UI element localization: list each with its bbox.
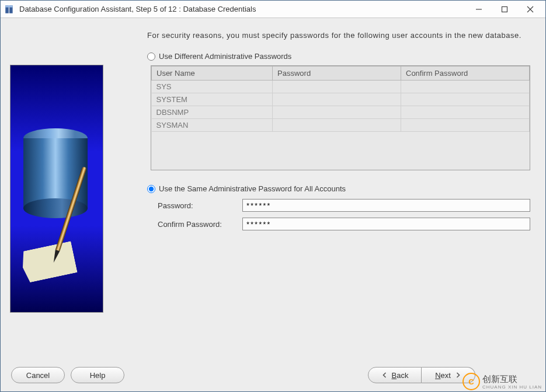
confirm-password-label: Confirm Password: xyxy=(158,220,242,229)
cell-password[interactable] xyxy=(273,119,401,132)
password-row: Password: xyxy=(158,199,530,212)
form-panel: For security reasons, you must specify p… xyxy=(112,30,536,358)
watermark: C 创新互联 CHUANG XIN HU LIAN xyxy=(462,373,542,390)
cell-user: DBSNMP xyxy=(152,106,273,119)
radio-different-label: Use Different Administrative Passwords xyxy=(159,52,291,61)
button-bar: Cancel Help Back Next xyxy=(1,363,545,391)
watermark-text: 创新互联 xyxy=(482,374,517,384)
table-row: DBSNMP xyxy=(152,106,530,119)
same-password-block: Password: Confirm Password: xyxy=(158,199,530,230)
radio-same-label: Use the Same Administrative Password for… xyxy=(159,184,346,193)
table-row: SYS xyxy=(152,80,530,93)
col-confirm: Confirm Password xyxy=(401,66,530,80)
radio-same-password[interactable]: Use the Same Administrative Password for… xyxy=(147,184,530,193)
cell-confirm[interactable] xyxy=(401,106,530,119)
cell-user: SYSTEM xyxy=(152,93,273,106)
app-window: Database Configuration Assistant, Step 5… xyxy=(0,0,546,392)
maximize-button[interactable] xyxy=(492,1,517,18)
minimize-button[interactable] xyxy=(466,1,492,18)
back-button[interactable]: Back xyxy=(368,367,422,383)
cell-confirm[interactable] xyxy=(401,119,530,132)
cell-password[interactable] xyxy=(273,80,401,93)
col-user: User Name xyxy=(152,66,273,80)
radio-different-input[interactable] xyxy=(147,52,155,61)
next-label: Next xyxy=(435,371,451,380)
radio-same-input[interactable] xyxy=(147,185,155,193)
instruction-text: For security reasons, you must specify p… xyxy=(147,30,530,41)
cell-password[interactable] xyxy=(273,106,401,119)
confirm-password-input[interactable] xyxy=(242,218,530,230)
cell-confirm[interactable] xyxy=(401,80,530,93)
side-panel xyxy=(10,65,112,358)
passwords-table: User Name Password Confirm Password SYS xyxy=(151,65,530,170)
table-row: SYSTEM xyxy=(152,93,530,106)
svg-rect-4 xyxy=(502,6,507,12)
cell-user: SYSMAN xyxy=(152,119,273,132)
confirm-password-row: Confirm Password: xyxy=(158,218,530,230)
password-input[interactable] xyxy=(242,199,530,212)
cancel-button[interactable]: Cancel xyxy=(11,367,65,383)
wizard-illustration xyxy=(10,65,103,313)
app-icon xyxy=(4,4,15,15)
main-row: For security reasons, you must specify p… xyxy=(1,18,545,363)
cell-password[interactable] xyxy=(273,93,401,106)
close-button[interactable] xyxy=(517,1,543,18)
back-label: Back xyxy=(392,371,409,380)
chevron-right-icon xyxy=(454,372,461,379)
table-row: SYSMAN xyxy=(152,119,530,132)
window-title: Database Configuration Assistant, Step 5… xyxy=(19,5,466,13)
cell-confirm[interactable] xyxy=(401,93,530,106)
watermark-sub: CHUANG XIN HU LIAN xyxy=(482,385,542,390)
radio-different-passwords[interactable]: Use Different Administrative Passwords xyxy=(147,52,530,61)
titlebar: Database Configuration Assistant, Step 5… xyxy=(1,1,545,18)
help-label: Help xyxy=(90,371,106,380)
col-password: Password xyxy=(273,66,401,80)
database-cylinder-icon xyxy=(23,128,88,216)
help-button[interactable]: Help xyxy=(71,367,124,383)
chevron-left-icon xyxy=(381,372,388,379)
cell-user: SYS xyxy=(152,80,273,93)
content-area: For security reasons, you must specify p… xyxy=(1,18,545,391)
cancel-label: Cancel xyxy=(26,371,50,380)
svg-rect-2 xyxy=(5,5,12,7)
password-label: Password: xyxy=(158,201,242,210)
watermark-logo-icon: C xyxy=(462,373,480,390)
